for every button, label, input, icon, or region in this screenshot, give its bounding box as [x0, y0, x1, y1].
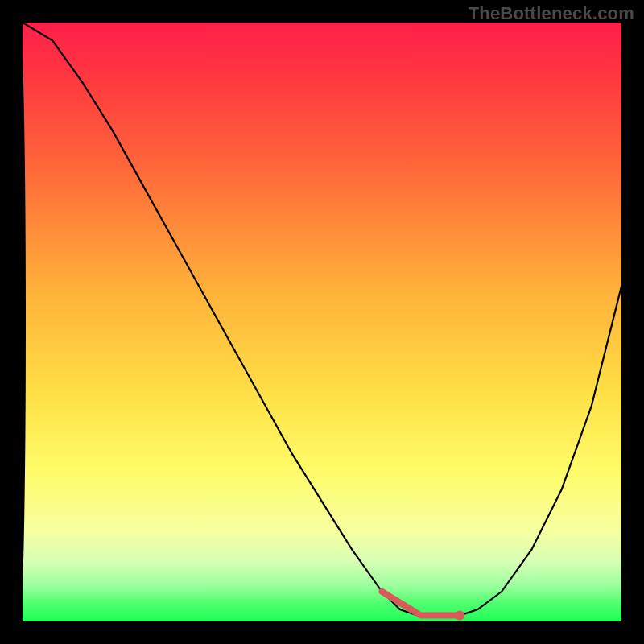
plot-area — [23, 23, 621, 621]
bottleneck-curve — [23, 23, 621, 616]
watermark-text: TheBottleneck.com — [469, 3, 634, 24]
curve-svg — [23, 23, 621, 621]
optimal-point-dot — [455, 611, 464, 621]
chart-container: TheBottleneck.com — [0, 0, 644, 644]
